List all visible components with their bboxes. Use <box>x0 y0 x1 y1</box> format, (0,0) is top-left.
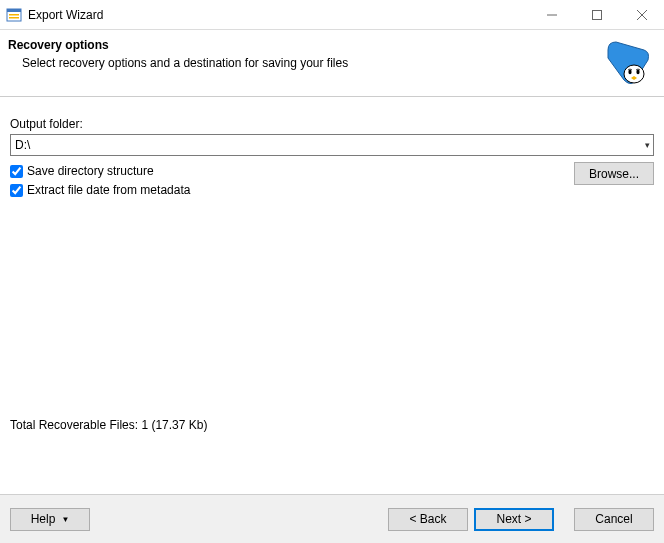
browse-button[interactable]: Browse... <box>574 162 654 185</box>
close-button[interactable] <box>619 0 664 30</box>
total-recoverable-files: Total Recoverable Files: 1 (17.37 Kb) <box>10 418 207 432</box>
extract-file-date-checkbox[interactable]: Extract file date from metadata <box>10 183 190 197</box>
window-controls <box>529 0 664 29</box>
save-directory-structure-input[interactable] <box>10 165 23 178</box>
help-button[interactable]: Help ▼ <box>10 508 90 531</box>
minimize-button[interactable] <box>529 0 574 30</box>
svg-point-8 <box>636 70 639 74</box>
titlebar: Export Wizard <box>0 0 664 30</box>
button-bar: Help ▼ < Back Next > Cancel <box>0 495 664 543</box>
cancel-button[interactable]: Cancel <box>574 508 654 531</box>
header-icon <box>604 38 652 86</box>
window-title: Export Wizard <box>28 8 529 22</box>
help-button-label: Help <box>31 512 56 526</box>
next-button[interactable]: Next > <box>474 508 554 531</box>
extract-file-date-label: Extract file date from metadata <box>27 183 190 197</box>
svg-rect-1 <box>7 9 21 12</box>
svg-rect-3 <box>9 17 19 19</box>
page-subheading: Select recovery options and a destinatio… <box>22 56 348 70</box>
save-directory-structure-label: Save directory structure <box>27 164 154 178</box>
extract-file-date-input[interactable] <box>10 184 23 197</box>
svg-point-7 <box>628 70 631 74</box>
svg-rect-2 <box>9 14 19 16</box>
content-area: Output folder: ▾ Save directory structur… <box>0 97 664 205</box>
back-button[interactable]: < Back <box>388 508 468 531</box>
output-folder-field-wrap: ▾ <box>10 134 654 156</box>
output-folder-field[interactable] <box>10 134 654 156</box>
save-directory-structure-checkbox[interactable]: Save directory structure <box>10 164 190 178</box>
maximize-button[interactable] <box>574 0 619 30</box>
page-heading: Recovery options <box>8 38 348 52</box>
svg-rect-4 <box>592 11 601 20</box>
chevron-down-icon: ▼ <box>61 515 69 524</box>
header-panel: Recovery options Select recovery options… <box>0 30 664 97</box>
app-icon <box>6 7 22 23</box>
output-folder-label: Output folder: <box>10 117 654 131</box>
